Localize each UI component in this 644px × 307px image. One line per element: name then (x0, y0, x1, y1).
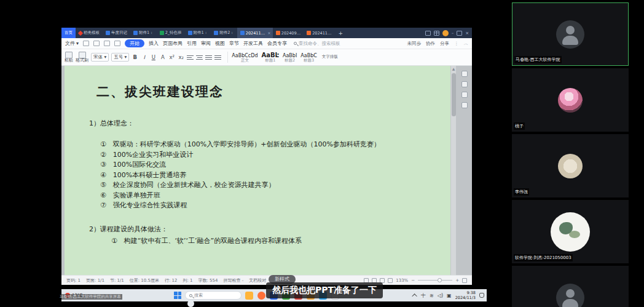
taskbar-search[interactable]: 搜索 (185, 291, 242, 300)
subscript-button[interactable]: x₂ (178, 54, 184, 60)
tab-doc-attachment1[interactable]: 附件1： (130, 28, 157, 38)
export-pdf-icon[interactable] (93, 41, 100, 46)
tab-docer-template[interactable]: 稻壳模板 (76, 28, 103, 38)
bookmark-tool-icon[interactable] (461, 102, 468, 108)
ribbon-tab-member[interactable]: 会员专享 (267, 40, 287, 47)
justify-icon[interactable] (205, 55, 212, 60)
participant-tile[interactable] (512, 266, 629, 307)
collaborate-button[interactable]: 协作 (426, 41, 435, 47)
cloud-sync-status[interactable]: 未同步 (407, 41, 422, 47)
word-doc-icon (214, 31, 218, 35)
zoom-out-button[interactable]: − (411, 278, 415, 283)
ribbon-tab-view[interactable]: 视图 (215, 40, 225, 47)
wifi-icon[interactable]: ≋ (430, 293, 434, 298)
word-doc-icon (240, 31, 245, 35)
scrollbar-thumb[interactable] (452, 73, 456, 116)
ribbon-tab-references[interactable]: 引用 (187, 40, 197, 47)
firefox-icon[interactable] (257, 292, 265, 300)
close-button[interactable]: × (465, 31, 469, 36)
ribbon-tab-dev-tools[interactable]: 开发工具 (243, 40, 263, 47)
pen-tool-icon[interactable] (461, 92, 468, 98)
tab-label: 202409… (281, 31, 300, 36)
status-proofread[interactable]: 文档校对 (249, 277, 266, 284)
tab-home[interactable]: 首页 (61, 28, 76, 38)
font-size-value: 五号 (114, 54, 123, 60)
photo-avatar (558, 88, 583, 113)
file-explorer-icon[interactable] (245, 292, 253, 300)
share-button[interactable]: 分享 (440, 41, 449, 47)
paste-button[interactable]: 粘贴 (65, 52, 73, 63)
style-heading2[interactable]: AaBbI标题2 (283, 53, 297, 63)
input-method-icon[interactable]: 十 (421, 292, 426, 299)
zoom-in-button[interactable]: + (455, 278, 459, 283)
eye-protect-icon[interactable] (388, 278, 393, 283)
participant-tile[interactable]: 软件学院-刘杰-2021050003 (512, 200, 629, 263)
zoom-level[interactable]: 133% (396, 278, 408, 283)
document-page[interactable]: 二、拔尖班建设理念 1）总体理念： ① 双驱动：科研学术驱动（100%入学即安排… (65, 66, 453, 275)
print-icon[interactable] (104, 41, 110, 46)
style-heading1[interactable]: AaBĿ标题1 (261, 52, 278, 63)
command-search[interactable]: 查找命令、搜索模板 (294, 41, 340, 47)
tab-doc-202411-current[interactable]: 202411…× (237, 28, 273, 38)
taskbar-clock[interactable]: 9:38 2024/11/3 (455, 290, 476, 300)
volume-icon[interactable]: ◁) (438, 293, 443, 298)
tab-doc-attachment2[interactable]: 附件2： (211, 28, 237, 38)
ribbon-tab-review[interactable]: 审阅 (201, 40, 211, 47)
zoom-slider-knob[interactable] (438, 278, 442, 282)
person-avatar-icon (556, 284, 584, 307)
edit-tool-icon[interactable] (461, 71, 468, 77)
ribbon-tab-section[interactable]: 章节 (229, 40, 239, 47)
tab-close-icon[interactable]: × (267, 31, 270, 36)
notification-center-icon[interactable] (479, 293, 484, 298)
vertical-scrollbar[interactable]: ▲ (450, 66, 456, 275)
more-menu-icon[interactable]: ⋮ (454, 41, 459, 46)
tab-label: 附件2： (219, 30, 234, 36)
tab-list-icon[interactable] (425, 31, 431, 36)
style-heading3[interactable]: AaBbC标题3 (300, 53, 317, 63)
font-size-select[interactable]: 五号 ▾ (111, 53, 129, 62)
start-button[interactable] (174, 292, 181, 299)
account-avatar[interactable] (442, 30, 449, 36)
font-family-select[interactable]: 宋体 ▾ (91, 53, 109, 62)
style-normal[interactable]: AaBbCcDd正文 (232, 53, 257, 63)
hidden-icons-chevron[interactable] (412, 293, 417, 298)
save-icon[interactable] (83, 41, 89, 46)
superscript-button[interactable]: x² (168, 54, 175, 60)
status-word-count[interactable]: 字数: 554 (198, 277, 218, 284)
file-menu[interactable]: 文件 ▾ (65, 40, 79, 47)
font-color-button[interactable]: A (159, 54, 166, 60)
tab-sheet-special-class[interactable]: 2_特色班 (157, 28, 185, 38)
participant-tile[interactable]: 桃子 (512, 68, 629, 132)
scroll-up-icon[interactable]: ▲ (451, 66, 456, 71)
italic-button[interactable]: I (141, 54, 147, 60)
bold-button[interactable]: B (132, 54, 138, 60)
new-tab-button[interactable]: + (334, 30, 347, 36)
collapse-ribbon-icon[interactable]: ︿ (464, 41, 469, 47)
status-column: 列: 1 (183, 277, 192, 284)
format-painter-button[interactable]: 格式刷 (76, 52, 88, 63)
participant-tile[interactable]: 李伟强 (512, 134, 629, 197)
restore-button[interactable] (457, 31, 462, 36)
ribbon-tab-page-layout[interactable]: 页面布局 (163, 40, 183, 47)
ribbon-tab-insert[interactable]: 插入 (149, 40, 159, 47)
zoom-slider[interactable] (418, 280, 452, 281)
ribbon-tab-start[interactable]: 开始 (125, 39, 144, 47)
underline-button[interactable]: U (150, 54, 157, 60)
tab-doc-yearly-diary[interactable]: 年度日记 (103, 28, 130, 38)
align-left-icon[interactable] (187, 55, 194, 60)
doc-list-item: ④ 100%本科硕士贯通培养 (100, 170, 380, 181)
status-spellcheck[interactable]: 拼写检查 - (223, 277, 243, 284)
workspace-grid-icon[interactable] (434, 31, 439, 36)
tab-doc-attachment1b[interactable]: 附件1： (185, 28, 211, 38)
fullscreen-icon[interactable] (462, 278, 467, 283)
tab-ppt-202409[interactable]: 202409… (273, 28, 304, 38)
minimize-button[interactable]: – (452, 31, 454, 36)
text-layout-button[interactable]: 文字排版 (322, 55, 338, 59)
comment-tool-icon[interactable] (461, 81, 468, 87)
camera-icon[interactable]: ▣ (447, 293, 452, 298)
print-preview-icon[interactable] (114, 41, 120, 46)
tab-ppt-202411[interactable]: 202411… (304, 28, 334, 38)
line-spacing-icon[interactable] (214, 55, 221, 60)
align-center-icon[interactable] (196, 55, 203, 60)
participant-tile[interactable]: 马春艳-西工大软件学院 (512, 2, 629, 66)
